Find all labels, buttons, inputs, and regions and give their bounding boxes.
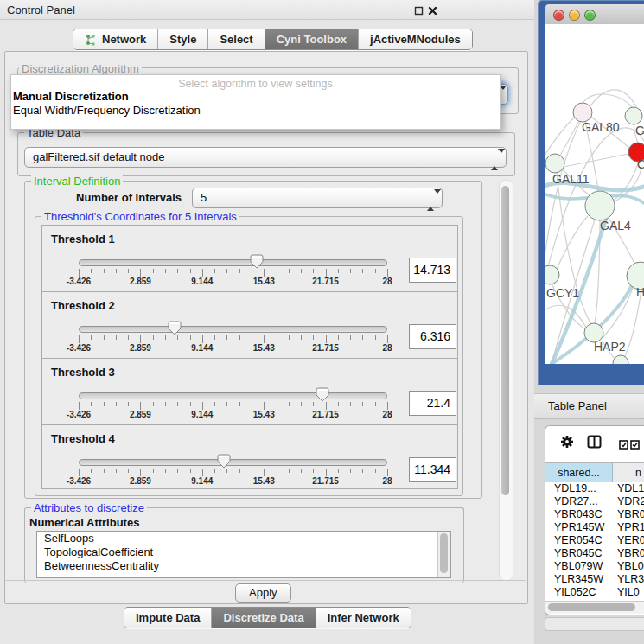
algorithm-group-title: Discretization Algorithm <box>19 62 142 75</box>
dropdown-item-equal-width-frequency-discretization[interactable]: Equal Width/Frequency Discretization <box>11 104 500 118</box>
network-node-ga[interactable] <box>625 107 642 124</box>
table-toolbar <box>545 426 644 462</box>
slider-track[interactable] <box>79 459 387 466</box>
network-graph[interactable]: GAL80GACGAL11GAL4GCY1HHAP2 <box>545 24 644 364</box>
checkbox-icon[interactable] <box>630 437 640 453</box>
threshold-slider[interactable]: -3.4262.8599.14415.4321.71528 <box>79 226 387 291</box>
float-icon[interactable] <box>413 4 424 16</box>
threshold-value-field[interactable]: 6.316 <box>409 324 456 349</box>
dropdown-item-manual-discretization[interactable]: Manual Discretization <box>11 90 500 104</box>
table-cell[interactable]: YPR1 <box>613 521 644 534</box>
network-edge[interactable] <box>624 290 641 358</box>
table-row[interactable]: YPR145WYPR1 <box>545 521 644 534</box>
table-row[interactable]: YLR345WYLR3 <box>545 573 644 586</box>
table-data-combo[interactable]: galFiltered.sif default node <box>24 147 507 168</box>
network-edge[interactable] <box>564 154 628 167</box>
tick-label: -3.426 <box>51 343 106 353</box>
tab-cyni-toolbox[interactable]: Cyni Toolbox <box>265 29 359 49</box>
threshold-value-field[interactable]: 11.344 <box>409 457 456 482</box>
tab-infer-network[interactable]: Infer Network <box>316 608 411 628</box>
network-node-gal80[interactable] <box>573 103 592 122</box>
settings-vertical-scrollbar[interactable] <box>499 180 513 581</box>
tick-mark <box>252 269 252 273</box>
table-cell[interactable]: YER0 <box>613 534 644 547</box>
checkbox-icon[interactable] <box>619 437 628 453</box>
threshold-value-field[interactable]: 21.4 <box>409 391 456 416</box>
table-row[interactable]: YIL052CYIL0 <box>545 586 644 599</box>
table-cell[interactable]: YBR0 <box>613 547 644 560</box>
combo-stepper-icon <box>427 191 437 205</box>
tab-select[interactable]: Select <box>208 29 265 49</box>
table-row[interactable]: YDR27...YDR2 <box>545 495 644 508</box>
scrollbar-thumb[interactable] <box>548 603 635 611</box>
threshold-slider[interactable]: -3.4262.8599.14415.4321.71528 <box>79 359 387 424</box>
slider-thumb[interactable] <box>316 387 329 402</box>
network-window-titlebar[interactable] <box>545 4 644 25</box>
gear-icon[interactable] <box>560 435 574 452</box>
tab-jactivemnodules[interactable]: jActiveMNodules <box>359 29 472 49</box>
tab-style[interactable]: Style <box>158 29 208 49</box>
slider-thumb[interactable] <box>168 321 182 335</box>
scrollbar-thumb[interactable] <box>501 186 509 495</box>
apply-button[interactable]: Apply <box>235 583 291 603</box>
slider-thumb[interactable] <box>217 454 231 469</box>
table-row[interactable]: YER054CYER0 <box>545 534 644 547</box>
zoom-traffic-light-icon[interactable] <box>584 10 596 21</box>
slider-track[interactable] <box>79 326 387 333</box>
slider-thumb[interactable] <box>250 254 264 269</box>
table-row[interactable]: YBL079WYBL0 <box>545 560 644 573</box>
tick-label: 21.715 <box>298 343 354 353</box>
table-cell[interactable]: YDR27... <box>545 495 613 508</box>
table-row[interactable]: YBR045CYBR0 <box>545 547 644 560</box>
close-icon[interactable] <box>427 4 438 16</box>
threshold-slider[interactable]: -3.4262.8599.14415.4321.71528 <box>79 425 387 491</box>
table-cell[interactable]: YDL1 <box>613 482 644 495</box>
tab-impute-data[interactable]: Impute Data <box>124 608 212 628</box>
slider-track[interactable] <box>79 392 387 399</box>
network-node-gal4[interactable] <box>585 191 615 220</box>
table-cell[interactable]: YBL0 <box>613 560 644 573</box>
table-cell[interactable]: YER054C <box>545 534 613 547</box>
network-canvas[interactable]: GAL80GACGAL11GAL4GCY1HHAP2 <box>545 24 644 364</box>
table-cell[interactable]: YLR345W <box>545 573 613 586</box>
table-cell[interactable]: YIL052C <box>545 586 613 599</box>
table-cell[interactable]: YPR145W <box>545 521 613 534</box>
table-cell[interactable]: YDL19... <box>545 482 613 495</box>
table-cell[interactable]: YBR043C <box>545 508 613 521</box>
table-cell[interactable]: YBL079W <box>545 560 613 573</box>
network-edge[interactable] <box>560 121 579 156</box>
table-horizontal-scrollbar[interactable] <box>545 601 644 614</box>
table-cell[interactable]: YDR2 <box>613 495 644 508</box>
tick-mark <box>375 402 376 406</box>
slider-track[interactable] <box>79 259 387 266</box>
list-item-selfloops[interactable]: SelfLoops <box>37 532 450 545</box>
threshold-value-field[interactable]: 14.713 <box>409 258 456 283</box>
content-divider <box>5 580 526 581</box>
tick-mark <box>79 402 80 410</box>
network-node-node-partial[interactable] <box>613 355 628 364</box>
table-cell[interactable]: YBR0 <box>613 508 644 521</box>
column-header-shared-name[interactable]: shared... <box>545 463 613 482</box>
table-cell[interactable]: YBR045C <box>545 547 613 560</box>
tick-mark <box>202 335 203 343</box>
table-row[interactable]: YBR043CYBR0 <box>545 508 644 521</box>
tab-network[interactable]: Network <box>73 29 158 49</box>
column-header-name[interactable]: n <box>613 463 644 482</box>
network-edge[interactable] <box>557 216 588 269</box>
minimize-traffic-light-icon[interactable] <box>569 10 580 21</box>
list-item-betweennesscentrality[interactable]: BetweennessCentrality <box>37 559 450 573</box>
list-vertical-scrollbar[interactable] <box>437 532 450 577</box>
table-row[interactable]: YDL19...YDL1 <box>545 482 644 495</box>
table-panel-footer <box>545 617 644 631</box>
number-of-intervals-combo[interactable]: 5 <box>192 188 443 208</box>
threshold-slider[interactable]: -3.4262.8599.14415.4321.71528 <box>79 292 387 358</box>
table-cell[interactable]: YIL0 <box>613 586 644 599</box>
scrollbar-thumb[interactable] <box>440 533 448 573</box>
tab-discretize-data[interactable]: Discretize Data <box>212 608 316 628</box>
split-view-icon[interactable] <box>587 435 602 452</box>
numerical-attributes-list[interactable]: SelfLoopsTopologicalCoefficientBetweenne… <box>36 531 451 578</box>
close-traffic-light-icon[interactable] <box>553 10 564 21</box>
table-cell[interactable]: YLR3 <box>613 573 644 586</box>
network-node-gal11[interactable] <box>545 154 564 173</box>
list-item-topologicalcoefficient[interactable]: TopologicalCoefficient <box>37 545 450 559</box>
